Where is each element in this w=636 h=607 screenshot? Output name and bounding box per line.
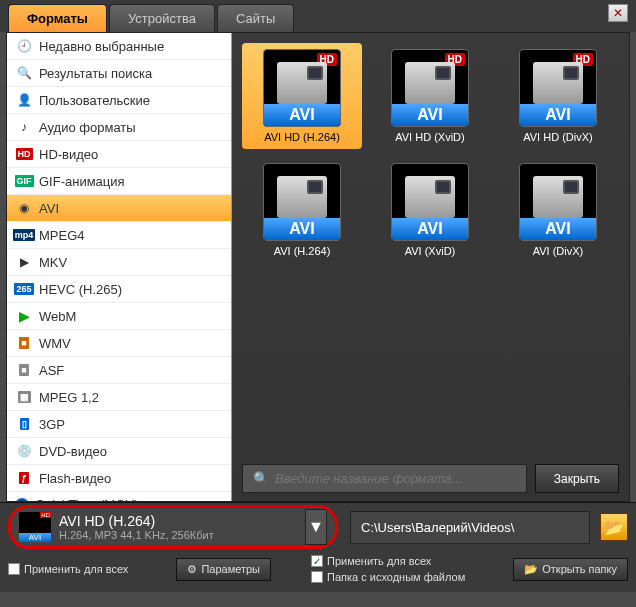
camcorder-icon (277, 62, 327, 104)
tab-devices[interactable]: Устройства (109, 4, 215, 32)
sidebar-item[interactable]: ƒFlash-видео (7, 465, 231, 492)
format-thumbnail: HDAVI (391, 49, 469, 127)
sidebar-item-label: HEVC (H.265) (39, 282, 122, 297)
format-thumbnail: AVI (519, 163, 597, 241)
format-band-label: AVI (392, 218, 468, 240)
format-item[interactable]: AVIAVI (DivX) (498, 157, 618, 263)
sidebar-item[interactable]: 👤Пользовательские (7, 87, 231, 114)
format-band-label: AVI (264, 218, 340, 240)
search-input-wrapper[interactable]: 🔍 (242, 464, 527, 493)
sidebar-item[interactable]: ◉AVI (7, 195, 231, 222)
category-icon: ■ (15, 362, 33, 378)
browse-folder-button[interactable]: 📂 (600, 513, 628, 541)
format-thumbnail: HDAVI (519, 49, 597, 127)
sidebar-item[interactable]: mp4MPEG4 (7, 222, 231, 249)
sidebar-item[interactable]: 265HEVC (H.265) (7, 276, 231, 303)
sidebar-item[interactable]: HDHD-видео (7, 141, 231, 168)
parameters-button[interactable]: ⚙ Параметры (176, 558, 271, 581)
sidebar-item[interactable]: ▦MPEG 1,2 (7, 384, 231, 411)
format-caption: AVI HD (XviD) (374, 131, 486, 143)
category-icon: Q (15, 498, 29, 502)
category-icon: mp4 (15, 227, 33, 243)
category-icon: 💿 (15, 443, 33, 459)
sidebar-item[interactable]: QQuickTime (MOV) (7, 492, 231, 501)
tab-sites[interactable]: Сайты (217, 4, 294, 32)
format-grid-panel: HDAVIAVI HD (H.264)HDAVIAVI HD (XviD)HDA… (232, 33, 629, 501)
category-icon: ◉ (15, 200, 33, 216)
open-folder-button[interactable]: 📂 Открыть папку (513, 558, 628, 581)
format-caption: AVI (XviD) (374, 245, 486, 257)
format-band-label: AVI (520, 218, 596, 240)
sidebar-item-label: GIF-анимация (39, 174, 125, 189)
camcorder-icon (405, 62, 455, 104)
sidebar-item-label: WMV (39, 336, 71, 351)
format-thumbnail: AVI (391, 163, 469, 241)
category-icon: ▦ (15, 389, 33, 405)
format-item[interactable]: HDAVIAVI HD (XviD) (370, 43, 490, 149)
sidebar-item-label: Аудио форматы (39, 120, 136, 135)
selected-format-title: AVI HD (H.264) (59, 513, 214, 529)
sidebar-item[interactable]: 💿DVD-видео (7, 438, 231, 465)
sidebar-item[interactable]: 🔍Результаты поиска (7, 60, 231, 87)
sidebar-item-label: Результаты поиска (39, 66, 152, 81)
format-item[interactable]: HDAVIAVI HD (DivX) (498, 43, 618, 149)
sidebar-item-label: MPEG 1,2 (39, 390, 99, 405)
sidebar-item-label: Flash-видео (39, 471, 111, 486)
format-caption: AVI HD (H.264) (246, 131, 358, 143)
camcorder-icon (405, 176, 455, 218)
sidebar-item-label: HD-видео (39, 147, 98, 162)
sidebar-item-label: Пользовательские (39, 93, 150, 108)
format-item[interactable]: AVIAVI (XviD) (370, 157, 490, 263)
category-icon: HD (15, 146, 33, 162)
close-panel-button[interactable]: Закрыть (535, 464, 619, 493)
sidebar-item-label: 3GP (39, 417, 65, 432)
sidebar-item[interactable]: ■WMV (7, 330, 231, 357)
camcorder-icon (277, 176, 327, 218)
selected-format-panel: HD AVI AVI HD (H.264) H.264, MP3 44,1 KH… (8, 505, 338, 549)
close-button[interactable]: ✕ (608, 4, 628, 22)
format-dropdown-button[interactable]: ▼ (305, 509, 327, 545)
sidebar-item[interactable]: ▯3GP (7, 411, 231, 438)
sidebar-item[interactable]: 🕘Недавно выбранные (7, 33, 231, 60)
sidebar-item[interactable]: ▶MKV (7, 249, 231, 276)
category-icon: 🔍 (15, 65, 33, 81)
category-icon: ▶ (15, 308, 33, 324)
category-icon: ▯ (15, 416, 33, 432)
camcorder-icon (533, 176, 583, 218)
format-caption: AVI HD (DivX) (502, 131, 614, 143)
sidebar-item[interactable]: ♪Аудио форматы (7, 114, 231, 141)
sidebar-item[interactable]: ■ASF (7, 357, 231, 384)
sidebar-item-label: MPEG4 (39, 228, 85, 243)
category-icon: ▶ (15, 254, 33, 270)
tab-formats[interactable]: Форматы (8, 4, 107, 32)
category-icon: 🕘 (15, 38, 33, 54)
category-icon: 👤 (15, 92, 33, 108)
checkbox-icon (8, 563, 20, 575)
category-icon: ƒ (15, 470, 33, 486)
format-item[interactable]: HDAVIAVI HD (H.264) (242, 43, 362, 149)
format-item[interactable]: AVIAVI (H.264) (242, 157, 362, 263)
sidebar-item[interactable]: GIFGIF-анимация (7, 168, 231, 195)
format-band-label: AVI (264, 104, 340, 126)
selected-format-thumb: HD AVI (19, 512, 51, 542)
camcorder-icon (533, 62, 583, 104)
output-path[interactable]: C:\Users\Валерий\Videos\ (350, 511, 590, 544)
sidebar-item-label: Недавно выбранные (39, 39, 164, 54)
checkbox-icon: ✓ (311, 555, 323, 567)
sidebar-item[interactable]: ▶WebM (7, 303, 231, 330)
sidebar-item-label: QuickTime (MOV) (35, 497, 139, 501)
format-thumbnail: HDAVI (263, 49, 341, 127)
selected-format-details: H.264, MP3 44,1 KHz, 256Кбит (59, 529, 214, 541)
sidebar-item-label: ASF (39, 363, 64, 378)
hd-badge: HD (40, 512, 51, 518)
source-folder-checkbox[interactable]: Папка с исходным файлом (311, 571, 465, 583)
format-thumbnail: AVI (263, 163, 341, 241)
apply-all-right-checkbox[interactable]: ✓ Применить для всех (311, 555, 465, 567)
sidebar-item-label: DVD-видео (39, 444, 107, 459)
category-icon: GIF (15, 173, 33, 189)
format-search-input[interactable] (275, 471, 516, 486)
sidebar-item-label: WebM (39, 309, 76, 324)
apply-all-left-checkbox[interactable]: Применить для всех (8, 563, 128, 575)
format-caption: AVI (DivX) (502, 245, 614, 257)
category-icon: ♪ (15, 119, 33, 135)
